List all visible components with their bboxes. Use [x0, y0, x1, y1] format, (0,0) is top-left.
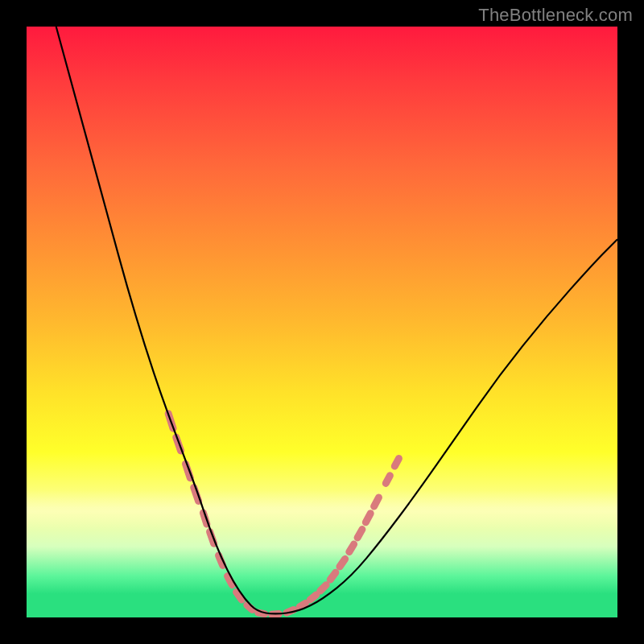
- dash-segment: [365, 514, 370, 522]
- dash-segment: [386, 476, 390, 484]
- dash-segment: [340, 559, 345, 567]
- dash-segment: [394, 459, 398, 467]
- dash-segment: [357, 530, 362, 538]
- bottleneck-curve: [56, 27, 617, 613]
- dash-segment: [310, 595, 316, 600]
- plot-area: [27, 27, 617, 617]
- curve-svg: [27, 27, 617, 617]
- dash-segment: [320, 585, 326, 591]
- dash-segment: [349, 544, 354, 552]
- chart-frame: TheBottleneck.com: [0, 0, 644, 644]
- watermark-text: TheBottleneck.com: [478, 5, 633, 26]
- dash-segment: [299, 603, 305, 606]
- dash-segment: [330, 572, 336, 580]
- dash-segment: [374, 497, 379, 506]
- highlight-dashes: [168, 414, 398, 615]
